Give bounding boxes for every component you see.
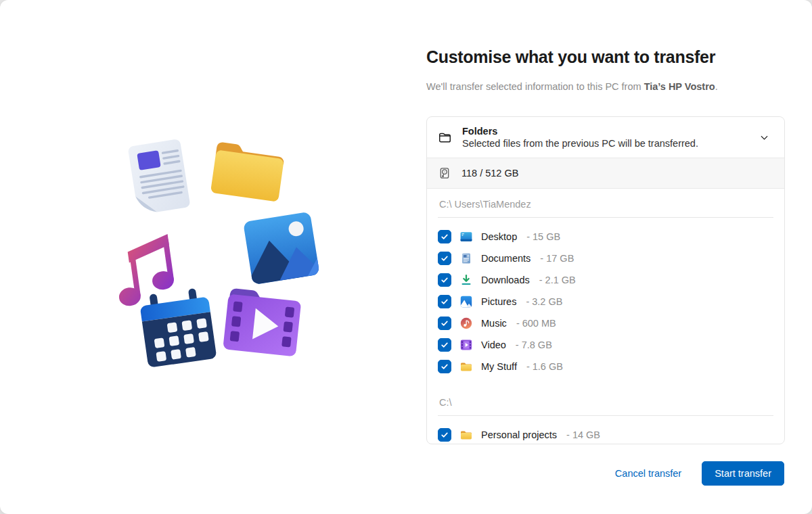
page-title: Customise what you want to transfer	[426, 47, 715, 67]
folder-items: Personal projects- 14 GB	[438, 416, 773, 444]
start-transfer-button[interactable]: Start transfer	[702, 461, 784, 486]
folder-group: C:\Personal projects- 14 GB	[438, 387, 773, 444]
chevron-down-icon[interactable]	[754, 128, 773, 147]
folders-card-header: Folders Selected files from the previous…	[427, 117, 784, 158]
row-checkbox[interactable]	[438, 317, 451, 330]
folder-illustration-icon	[203, 131, 293, 210]
folders-card: Folders Selected files from the previous…	[426, 116, 785, 444]
folder-group: C:\ Users\TiaMendezDesktop- 15 GBDocumen…	[438, 189, 773, 387]
row-checkbox[interactable]	[438, 295, 451, 308]
group-path: C:\ Users\TiaMendez	[438, 189, 773, 218]
row-size: - 17 GB	[540, 253, 574, 264]
row-size: - 1.6 GB	[526, 361, 563, 372]
row-label: Documents	[481, 253, 531, 264]
picture-illustration-icon	[240, 207, 323, 291]
folder-outline-icon	[438, 131, 452, 145]
group-path: C:\	[438, 387, 773, 416]
video-icon	[459, 338, 473, 352]
hard-drive-icon	[438, 166, 451, 180]
transfer-items-illustration	[0, 0, 352, 406]
row-label: Video	[481, 340, 506, 350]
folder-row: Desktop- 15 GB	[438, 226, 773, 248]
row-checkbox[interactable]	[438, 360, 451, 373]
row-label: Desktop	[481, 231, 517, 242]
footer-actions: Cancel transfer Start transfer	[615, 461, 784, 486]
row-size: - 14 GB	[566, 429, 600, 440]
row-size: - 15 GB	[526, 231, 560, 242]
subtitle: We'll transfer selected information to t…	[426, 81, 718, 92]
documents-icon	[459, 252, 473, 265]
subtitle-suffix: .	[715, 81, 718, 92]
row-size: - 600 MB	[516, 318, 556, 329]
row-checkbox[interactable]	[438, 252, 451, 265]
storage-usage-text: 118 / 512 GB	[461, 168, 518, 179]
row-label: My Stuff	[481, 361, 517, 372]
row-checkbox[interactable]	[438, 338, 451, 352]
cancel-transfer-button[interactable]: Cancel transfer	[615, 468, 681, 479]
folder-row: Video- 7.8 GB	[438, 334, 773, 356]
calendar-illustration-icon	[133, 284, 224, 375]
card-description: Selected files from the previous PC will…	[462, 138, 744, 149]
folder-row: My Stuff- 1.6 GB	[438, 356, 773, 377]
row-label: Downloads	[481, 275, 530, 285]
folder-row: Personal projects- 14 GB	[438, 424, 773, 444]
row-size: - 7.8 GB	[516, 340, 552, 350]
downloads-icon	[459, 273, 473, 287]
folder-row: Pictures- 3.2 GB	[438, 291, 773, 312]
row-size: - 3.2 GB	[526, 296, 562, 307]
row-checkbox[interactable]	[438, 273, 451, 287]
transfer-window: Customise what you want to transfer We'l…	[0, 0, 812, 514]
row-label: Personal projects	[481, 429, 557, 440]
row-label: Pictures	[481, 296, 516, 307]
document-illustration-icon	[121, 132, 200, 221]
folder-items: Desktop- 15 GBDocuments- 17 GBDownloads-…	[438, 218, 773, 387]
source-pc-name: Tia’s HP Vostro	[644, 81, 715, 92]
folder-row: Music- 600 MB	[438, 312, 773, 334]
storage-usage-row: 118 / 512 GB	[427, 158, 784, 189]
card-title: Folders	[462, 126, 744, 137]
row-size: - 2.1 GB	[539, 275, 576, 285]
video-folder-illustration-icon	[217, 280, 309, 361]
folder-yellow-icon	[459, 428, 473, 442]
music-icon	[459, 317, 473, 330]
pictures-icon	[459, 295, 473, 308]
subtitle-prefix: We'll transfer selected information to t…	[426, 81, 644, 92]
folder-group-list: C:\ Users\TiaMendezDesktop- 15 GBDocumen…	[427, 189, 784, 444]
desktop-icon	[459, 230, 473, 243]
folder-yellow-icon	[459, 360, 473, 373]
row-label: Music	[481, 318, 507, 329]
row-checkbox[interactable]	[438, 428, 451, 442]
folder-row: Downloads- 2.1 GB	[438, 269, 773, 291]
row-checkbox[interactable]	[438, 230, 451, 243]
folder-row: Documents- 17 GB	[438, 248, 773, 269]
